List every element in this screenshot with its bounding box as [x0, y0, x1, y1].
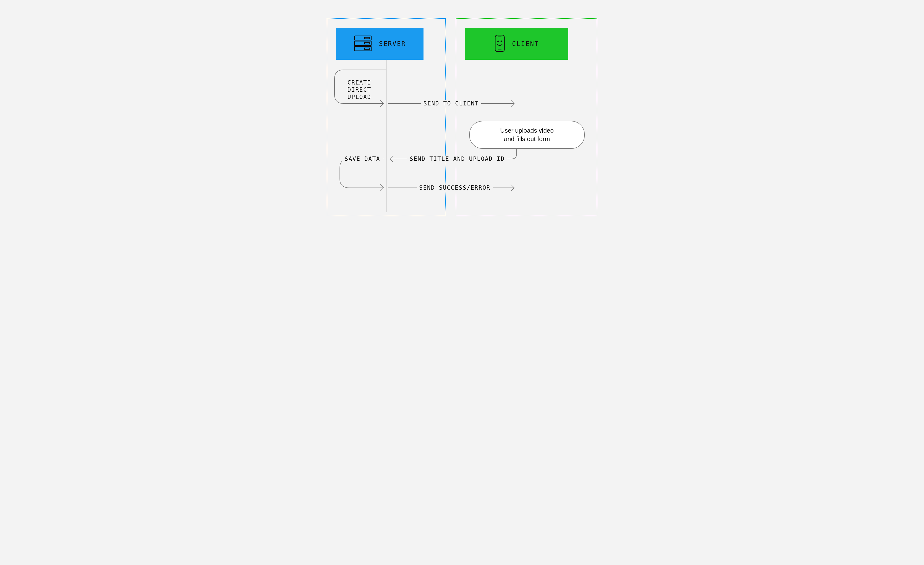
svg-rect-6 [495, 35, 504, 51]
label-save-data: SAVE DATA [342, 156, 382, 162]
svg-rect-3 [364, 37, 369, 39]
server-header: SERVER [336, 28, 423, 60]
sequence-diagram: SERVER CLIENT [284, 0, 640, 226]
label-send-success-error: SEND SUCCESS/ERROR [417, 185, 493, 191]
svg-point-10 [501, 41, 502, 42]
client-header: CLIENT [465, 28, 568, 60]
label-send-title-upload-id: SEND TITLE AND UPLOAD ID [407, 156, 507, 162]
label-send-to-client: SEND TO CLIENT [421, 100, 481, 107]
svg-rect-1 [354, 41, 371, 45]
svg-point-9 [498, 41, 499, 42]
note-user-uploads: User uploads video and fills out form [469, 121, 585, 149]
server-label: SERVER [379, 40, 406, 47]
client-label: CLIENT [512, 40, 539, 47]
svg-rect-4 [364, 43, 369, 44]
smiley-phone-icon [494, 35, 506, 53]
server-lifeline [386, 60, 387, 212]
server-icon [354, 35, 372, 52]
svg-rect-0 [354, 36, 371, 40]
label-create-direct-upload: CREATE DIRECT UPLOAD [348, 79, 371, 101]
svg-rect-2 [354, 47, 371, 51]
svg-rect-5 [364, 48, 369, 50]
